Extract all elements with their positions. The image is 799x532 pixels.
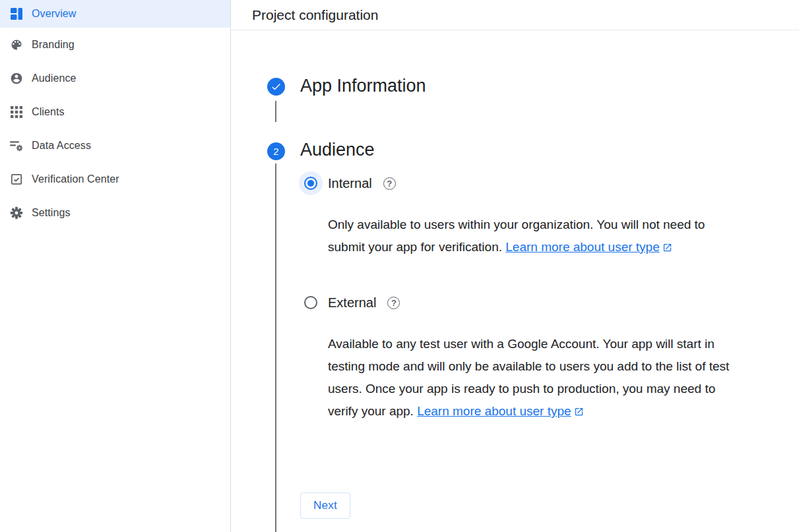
step-1-complete-badge <box>267 78 285 96</box>
internal-radio-label[interactable]: Internal <box>328 176 372 191</box>
sidebar-item-label: Overview <box>32 8 76 20</box>
sidebar-item-overview[interactable]: Overview <box>0 0 230 28</box>
internal-description: Only available to users within your orga… <box>328 214 728 258</box>
sidebar-item-label: Data Access <box>32 140 91 152</box>
external-learn-more-label: Learn more about user type <box>417 404 571 418</box>
account-icon <box>10 72 23 85</box>
sidebar-item-label: Settings <box>32 207 71 219</box>
sidebar: Overview Branding Audience <box>0 0 231 532</box>
sidebar-item-label: Audience <box>32 73 77 84</box>
external-description: Available to any test user with a Google… <box>328 333 744 423</box>
sidebar-item-audience[interactable]: Audience <box>0 61 230 95</box>
radio-option-external: External ? <box>299 291 400 314</box>
open-in-new-icon <box>574 407 584 417</box>
page-title: Project configuration <box>252 7 378 23</box>
external-learn-more-link[interactable]: Learn more about user type <box>417 404 583 418</box>
verification-icon <box>10 173 23 186</box>
apps-grid-icon <box>10 105 23 119</box>
dashboard-icon <box>10 7 23 20</box>
step-2-number-badge: 2 <box>267 142 285 160</box>
step-2-title: Audience <box>300 140 375 160</box>
open-in-new-icon <box>662 243 672 252</box>
sidebar-item-settings[interactable]: Settings <box>0 196 230 229</box>
sidebar-item-clients[interactable]: Clients <box>0 95 230 129</box>
sidebar-item-label: Branding <box>32 39 75 51</box>
next-button[interactable]: Next <box>300 492 350 519</box>
internal-radio[interactable] <box>299 171 323 195</box>
check-icon <box>271 81 282 92</box>
sidebar-item-data-access[interactable]: Data Access <box>0 129 230 162</box>
data-access-icon <box>10 139 23 152</box>
project-configuration-page: Overview Branding Audience <box>0 0 799 532</box>
sidebar-item-branding[interactable]: Branding <box>0 28 230 61</box>
content-header: Project configuration <box>231 0 799 30</box>
step-2-number: 2 <box>273 146 278 157</box>
palette-icon <box>10 38 23 51</box>
sidebar-item-label: Verification Center <box>32 173 119 185</box>
radio-option-internal: Internal ? <box>299 171 396 195</box>
external-radio-label[interactable]: External <box>328 295 376 310</box>
stepper-connector-line <box>275 163 276 532</box>
external-radio[interactable] <box>299 291 323 314</box>
external-help-icon[interactable]: ? <box>387 297 400 309</box>
internal-learn-more-label: Learn more about user type <box>505 240 659 254</box>
internal-help-icon[interactable]: ? <box>383 177 396 190</box>
sidebar-item-label: Clients <box>32 106 65 118</box>
stepper-connector-tick <box>275 101 276 122</box>
internal-learn-more-link[interactable]: Learn more about user type <box>505 240 672 254</box>
sidebar-item-verification-center[interactable]: Verification Center <box>0 162 230 196</box>
step-1-title: App Information <box>300 76 426 96</box>
settings-gear-icon <box>10 206 23 220</box>
